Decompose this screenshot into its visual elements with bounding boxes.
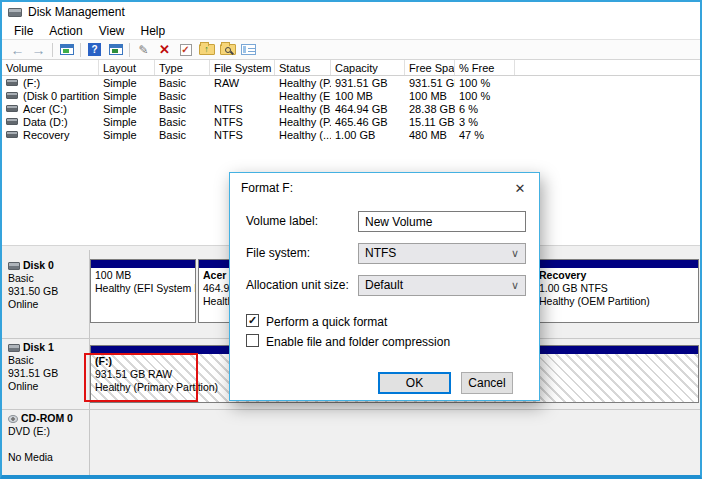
menu-bar: File Action View Help: [2, 22, 700, 39]
delete-icon[interactable]: ✕: [154, 41, 175, 58]
cancel-button[interactable]: Cancel: [461, 372, 513, 394]
volume-icon: [6, 105, 18, 112]
volume-label-label: Volume label:: [246, 214, 318, 228]
title-bar: Disk Management: [2, 2, 700, 22]
console-window-icon[interactable]: [56, 41, 77, 58]
folder-up-icon[interactable]: ↑: [196, 41, 217, 58]
volume-icon: [6, 79, 18, 86]
disk1-label: Disk 1 Basic 931.51 GB Online: [8, 341, 86, 393]
close-icon[interactable]: ✕: [511, 179, 529, 197]
quick-format-checkbox[interactable]: ✓: [246, 314, 259, 327]
partition-color-strip: [535, 260, 698, 268]
table-row[interactable]: Recovery Simple Basic NTFS Healthy (... …: [2, 128, 700, 141]
compression-checkbox[interactable]: [246, 334, 259, 347]
red-highlight-box: [84, 353, 198, 402]
file-system-dropdown[interactable]: NTFS ∨: [358, 243, 526, 264]
forward-icon[interactable]: →: [28, 41, 49, 58]
table-row[interactable]: (Disk 0 partition 1) Simple Basic Health…: [2, 89, 700, 102]
menu-action[interactable]: Action: [41, 23, 90, 39]
column-header-status[interactable]: Status: [275, 60, 331, 75]
disk-management-window: Disk Management File Action View Help ← …: [0, 0, 702, 479]
allocation-unit-dropdown[interactable]: Default ∨: [358, 275, 526, 296]
compression-label: Enable file and folder compression: [266, 335, 450, 349]
cd-icon: [8, 415, 18, 423]
menu-view[interactable]: View: [91, 23, 133, 39]
ok-button[interactable]: OK: [378, 372, 451, 394]
back-icon[interactable]: ←: [7, 41, 28, 58]
toolbar-separator: [80, 43, 81, 57]
toolbar-separator: [129, 43, 130, 57]
check-document-icon[interactable]: ✓: [175, 41, 196, 58]
chevron-down-icon: ∨: [511, 244, 519, 263]
allocation-unit-label: Allocation unit size:: [246, 278, 349, 292]
partition-recovery[interactable]: Recovery 1.00 GB NTFS Healthy (OEM Parti…: [534, 259, 699, 323]
menu-file[interactable]: File: [6, 23, 41, 39]
volume-table-header: Volume Layout Type File System Status Ca…: [2, 60, 700, 76]
column-header-type[interactable]: Type: [155, 60, 210, 75]
pointer-icon[interactable]: ✎: [133, 41, 154, 58]
volume-icon: [6, 92, 18, 99]
column-header-capacity[interactable]: Capacity: [331, 60, 405, 75]
column-header-free-space[interactable]: Free Spa...: [405, 60, 455, 75]
column-header-file-system[interactable]: File System: [210, 60, 275, 75]
row-divider: [2, 409, 700, 410]
column-header-pct-free[interactable]: % Free: [455, 60, 515, 75]
toolbar: ← → ? ✎ ✕ ✓ ↑: [2, 39, 700, 60]
disk-icon: [8, 262, 20, 270]
partition-efi[interactable]: 100 MB Healthy (EFI System Partiti: [90, 259, 196, 323]
toolbar-separator: [52, 43, 53, 57]
show-console-tree-icon[interactable]: [105, 41, 126, 58]
file-system-label: File system:: [246, 246, 310, 260]
table-row[interactable]: (F:) Simple Basic RAW Healthy (P... 931.…: [2, 76, 700, 89]
dialog-title: Format F:: [230, 173, 539, 203]
table-row[interactable]: Acer (C:) Simple Basic NTFS Healthy (B..…: [2, 102, 700, 115]
volume-icon: [6, 131, 18, 138]
help-icon[interactable]: ?: [84, 41, 105, 58]
volume-icon: [6, 118, 18, 125]
disk-icon: [8, 344, 20, 352]
folder-find-icon[interactable]: [217, 41, 238, 58]
chevron-down-icon: ∨: [511, 276, 519, 295]
menu-help[interactable]: Help: [133, 23, 174, 39]
app-icon: [8, 8, 22, 17]
partition-color-strip: [91, 260, 195, 268]
quick-format-label: Perform a quick format: [266, 315, 387, 329]
window-title: Disk Management: [28, 5, 125, 19]
properties-icon[interactable]: [238, 41, 259, 58]
column-header-layout[interactable]: Layout: [99, 60, 155, 75]
column-header-volume[interactable]: Volume: [2, 60, 99, 75]
table-row[interactable]: Data (D:) Simple Basic NTFS Healthy (P..…: [2, 115, 700, 128]
format-dialog: Format F: ✕ Volume label: File system: N…: [229, 172, 540, 401]
volume-label-input[interactable]: [358, 211, 526, 232]
disk0-label: Disk 0 Basic 931.50 GB Online: [8, 259, 86, 311]
cdrom0-label: CD-ROM 0 DVD (E:) No Media: [8, 412, 86, 464]
